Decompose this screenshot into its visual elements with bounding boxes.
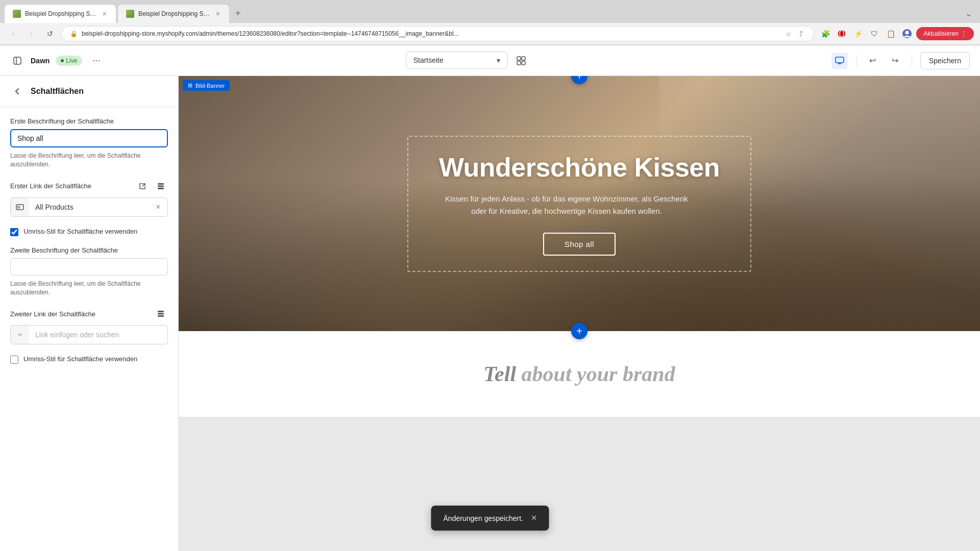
banner-shop-button[interactable]: Shop all [543,233,616,256]
tab-1-favicon [13,10,21,18]
checkbox-row-2: Umriss-Stil für Schaltfläche verwenden [10,355,168,364]
live-badge: Live [56,56,82,66]
ext2-icon[interactable]: 🛡 [867,27,881,41]
address-text: beispiel-dropshipping-store.myshopify.co… [82,30,780,37]
ext3-icon[interactable]: 📋 [884,27,898,41]
new-tab-button[interactable]: + [231,7,245,21]
field1-label: Erste Beschriftung der Schaltfläche [10,117,168,125]
banner-content-box: Wunderschöne Kissen Kissen für jeden Anl… [407,136,751,272]
tab-bar: Beispiel Dropshipping Store · × Beispiel… [0,0,980,23]
link-stack-icon-2[interactable] [154,307,168,321]
svg-point-17 [18,206,20,208]
field-group-2: Erster Link der Schaltfläche All Product… [10,179,168,217]
below-fold-heading: Tell about your brand [199,362,960,386]
add-section-bottom-button[interactable]: + [571,323,587,339]
browser-chrome: Beispiel Dropshipping Store · × Beispiel… [0,0,980,45]
tab-2-label: Beispiel Dropshipping Store · [138,10,211,17]
checkbox2-label: Umriss-Stil für Schaltfläche verwenden [23,355,137,364]
field2-link-field: All Products × [10,197,168,217]
sidebar: Schaltflächen Erste Beschriftung der Sch… [0,76,179,551]
banner-image: Wunderschöne Kissen Kissen für jeden Anl… [179,76,980,331]
link-stack-icon[interactable] [154,179,168,193]
svg-rect-6 [517,57,521,60]
tab-1-label: Beispiel Dropshipping Store · [25,10,97,17]
tab-2-close[interactable]: × [215,9,221,19]
desktop-view-button[interactable] [831,53,848,69]
banner-heading: Wunderschöne Kissen [439,152,720,183]
view-controls [831,53,848,69]
opera-icon[interactable] [835,27,849,41]
ext1-icon[interactable]: ⚡ [851,27,865,41]
svg-rect-8 [517,61,521,65]
extensions-icon[interactable]: 🧩 [818,27,832,41]
profile-icon[interactable] [900,27,914,41]
tab-1-close[interactable]: × [102,9,108,19]
back-nav-button[interactable]: ‹ [6,27,20,41]
update-button-label: Aktualisieren [923,30,959,37]
page-selector[interactable]: Startseite Über uns Kontakt [406,52,508,69]
field3-hint: Lasse die Beschriftung leer, um die Scha… [10,280,168,297]
field3-input[interactable] [10,258,168,276]
field-group-1: Erste Beschriftung der Schaltfläche Lass… [10,117,168,169]
divider-2 [912,55,912,67]
reload-button[interactable]: ↺ [43,27,57,41]
forward-nav-button[interactable]: › [24,27,39,41]
field2-value: All Products [29,199,149,215]
checkbox1-label: Umriss-Stil für Schaltfläche verwenden [23,227,137,236]
external-link-icon[interactable] [135,179,150,193]
checkbox-row-1: Umriss-Stil für Schaltfläche verwenden [10,227,168,236]
banner-label-text: Bild-Banner [195,83,225,89]
field2-label: Erster Link der Schaltfläche [10,182,131,190]
toast-close-button[interactable]: × [531,513,537,523]
tab-1[interactable]: Beispiel Dropshipping Store · × [4,4,116,23]
theme-more-button[interactable]: ··· [88,53,104,68]
canvas-area: + ⊞ Bild-Banner Wunderschöne Ki [179,76,980,551]
sidebar-back-button[interactable] [10,84,24,98]
svg-point-3 [905,31,909,35]
update-button[interactable]: Aktualisieren ⋮ [916,27,974,40]
page-selector-wrapper: Startseite Über uns Kontakt ▼ [406,52,508,70]
address-icons: ☆ ⤴ [784,29,805,38]
banner-content: Wunderschöne Kissen Kissen für jeden Anl… [387,115,772,292]
svg-rect-18 [158,311,164,312]
live-badge-label: Live [66,57,77,64]
field3-label: Zweite Beschriftung der Schaltfläche [10,246,168,254]
editor-top-bar: Dawn Live ··· Startseite Über uns Kontak… [0,45,980,76]
sidebar-header: Schaltflächen [0,76,178,107]
field2-clear-button[interactable]: × [150,199,166,215]
live-dot [61,59,64,62]
field1-input[interactable] [10,129,168,147]
editor-back-icon[interactable] [10,54,24,68]
banner-section-label[interactable]: ⊞ Bild-Banner [183,80,230,91]
field1-hint: Lasse die Beschriftung leer, um die Scha… [10,152,168,169]
address-bar: ‹ › ↺ 🔒 beispiel-dropshipping-store.mysh… [0,23,980,45]
checkbox1-input[interactable] [10,228,18,236]
banner-subtext: Kissen für jeden Anlass - ob für das eig… [439,193,694,217]
field4-header: Zweiter Link der Schaltfläche [10,307,168,321]
svg-rect-14 [158,185,164,187]
tab-2[interactable]: Beispiel Dropshipping Store · × [117,4,230,23]
below-fold-section: Tell about your brand [179,331,980,417]
svg-rect-19 [158,313,164,315]
svg-rect-9 [522,61,525,65]
undo-button[interactable]: ↩ [865,53,881,69]
divider-1 [856,55,856,67]
grid-view-button[interactable] [512,52,530,70]
field-group-4: Zweiter Link der Schaltfläche Link einfü… [10,307,168,344]
sidebar-title: Schaltflächen [31,87,84,96]
address-input[interactable]: 🔒 beispiel-dropshipping-store.myshopify.… [61,26,814,41]
share-icon[interactable]: ⤴ [796,29,805,38]
svg-rect-15 [158,188,164,189]
shopify-editor: Dawn Live ··· Startseite Über uns Kontak… [0,45,980,551]
tab-overflow-button[interactable]: ⌄ [961,7,976,20]
checkbox2-input[interactable] [10,356,18,364]
svg-rect-4 [14,57,21,64]
sidebar-content: Erste Beschriftung der Schaltfläche Lass… [0,107,178,374]
svg-point-0 [838,30,845,37]
browser-actions: 🧩 ⚡ 🛡 📋 Aktualisieren ⋮ [818,27,974,41]
bookmark-icon[interactable]: ☆ [784,29,793,38]
save-button[interactable]: Speichern [920,52,970,69]
redo-button[interactable]: ↪ [887,53,903,69]
toast-notification: Änderungen gespeichert. × [431,506,549,531]
editor-body: Schaltflächen Erste Beschriftung der Sch… [0,76,980,551]
